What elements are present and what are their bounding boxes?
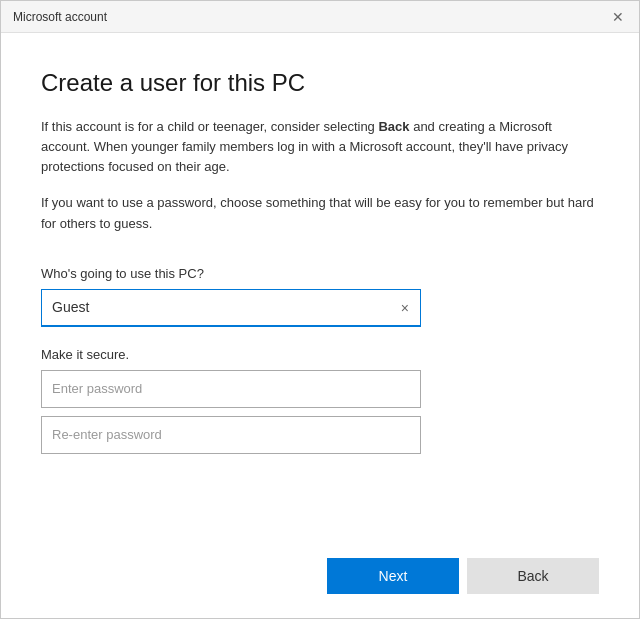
close-button[interactable]: ✕: [609, 8, 627, 26]
main-content: Create a user for this PC If this accoun…: [1, 33, 639, 618]
username-label: Who's going to use this PC?: [41, 266, 599, 281]
description-1-prefix: If this account is for a child or teenag…: [41, 119, 378, 134]
description-paragraph-2: If you want to use a password, choose so…: [41, 193, 599, 233]
reenter-password-input[interactable]: [41, 416, 421, 454]
secure-label: Make it secure.: [41, 347, 599, 362]
username-input-wrapper: ×: [41, 289, 421, 327]
spacer: [41, 462, 599, 542]
clear-username-button[interactable]: ×: [397, 298, 413, 318]
username-input[interactable]: [41, 289, 421, 327]
description-1-bold: Back: [378, 119, 409, 134]
window: Microsoft account ✕ Create a user for th…: [0, 0, 640, 619]
next-button[interactable]: Next: [327, 558, 459, 594]
description-paragraph-1: If this account is for a child or teenag…: [41, 117, 599, 177]
window-title: Microsoft account: [13, 10, 107, 24]
back-button[interactable]: Back: [467, 558, 599, 594]
title-bar: Microsoft account ✕: [1, 1, 639, 33]
password-input[interactable]: [41, 370, 421, 408]
button-row: Next Back: [41, 542, 599, 594]
page-title: Create a user for this PC: [41, 69, 599, 97]
